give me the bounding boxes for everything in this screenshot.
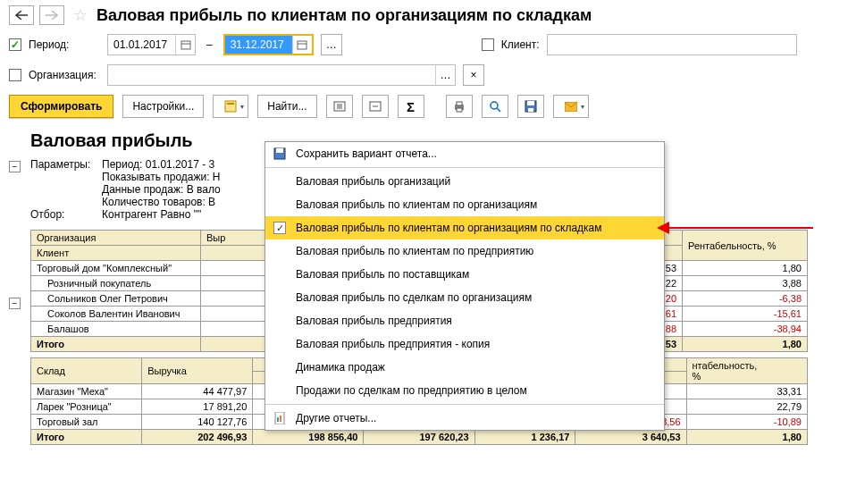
dd-variant-item[interactable]: Валовая прибыль по сделкам по организаци…: [265, 286, 664, 309]
settings-button[interactable]: Настройки...: [122, 95, 204, 118]
floppy-icon: [525, 100, 537, 113]
svg-rect-9: [457, 102, 462, 105]
date-from-field[interactable]: [107, 34, 196, 55]
favorite-icon[interactable]: ☆: [73, 5, 88, 25]
period-checkbox[interactable]: [9, 38, 21, 51]
tree-toggle-root[interactable]: −: [9, 161, 21, 172]
date-to-input[interactable]: [225, 36, 292, 54]
period-more-button[interactable]: …: [321, 34, 342, 55]
print-icon: [453, 100, 466, 113]
email-dropdown-button[interactable]: [553, 95, 589, 118]
org-label: Организация:: [29, 69, 100, 81]
svg-rect-21: [280, 416, 281, 422]
preview-button[interactable]: [482, 95, 508, 118]
dd-variant-item[interactable]: Продажи по сделкам по предприятию в цело…: [265, 379, 664, 402]
sigma-button[interactable]: Σ: [398, 95, 424, 118]
expand-button[interactable]: [326, 95, 353, 118]
svg-rect-2: [298, 41, 306, 49]
arrow-right-icon: [46, 11, 58, 20]
svg-rect-0: [181, 41, 190, 49]
org-checkbox[interactable]: [9, 69, 21, 81]
report-icon: [273, 411, 287, 425]
total2-label: Итого: [31, 430, 142, 445]
col-org: Организация: [31, 231, 201, 246]
floppy-icon: [273, 147, 287, 161]
client-field[interactable]: [547, 34, 797, 55]
dd-variant-item[interactable]: Валовая прибыль по клиентам по организац…: [265, 193, 664, 216]
magnifier-icon: [489, 100, 501, 113]
calendar-icon[interactable]: [175, 35, 195, 55]
mail-icon: [565, 102, 577, 112]
svg-rect-20: [277, 417, 279, 422]
dd-variant-item[interactable]: ✓Валовая прибыль по клиентам по организа…: [265, 216, 664, 239]
org-select-button[interactable]: …: [435, 65, 455, 85]
date-from-input[interactable]: [108, 36, 175, 54]
client-label: Клиент:: [501, 38, 540, 51]
dd-variant-item[interactable]: Валовая прибыль предприятия: [265, 309, 664, 332]
sigma-icon: Σ: [407, 99, 415, 114]
collapse-button[interactable]: [362, 95, 389, 118]
date-range-dash: –: [206, 38, 213, 51]
period-label: Период:: [29, 38, 100, 51]
col-vyr2: Выручка: [142, 358, 253, 384]
col-rent2: нтабельность,%: [686, 358, 807, 384]
print-button[interactable]: [446, 95, 473, 118]
save-button[interactable]: [517, 95, 544, 118]
back-button[interactable]: [9, 5, 34, 25]
filter-value: Контрагент Равно "": [102, 208, 201, 221]
svg-rect-10: [457, 108, 462, 112]
svg-line-12: [497, 108, 500, 112]
param-period: Период: 01.01.2017 - 3: [102, 158, 214, 171]
col-rent: Рентабельность, %: [683, 231, 808, 261]
total-label: Итого: [31, 337, 201, 352]
page-title: Валовая прибыль по клиентам по организац…: [97, 6, 592, 25]
col-client: Клиент: [31, 246, 201, 261]
dd-variant-item[interactable]: Валовая прибыль по поставщикам: [265, 263, 664, 286]
variants-dropdown-button[interactable]: [213, 95, 248, 118]
svg-rect-4: [225, 101, 236, 112]
dd-other-reports[interactable]: Другие отчеты...: [265, 407, 664, 430]
forward-button[interactable]: [39, 5, 64, 25]
params-label: Параметры:: [30, 158, 102, 171]
collapse-icon: [369, 101, 382, 112]
variants-dropdown-menu: Сохранить вариант отчета... Валовая приб…: [264, 141, 665, 431]
dd-variant-item[interactable]: Валовая прибыль по клиентам по предприят…: [265, 239, 664, 263]
check-icon: ✓: [273, 222, 286, 234]
arrow-left-icon: [15, 11, 28, 20]
col-sklad: Склад: [31, 358, 142, 384]
dd-variant-item[interactable]: Валовая прибыль организаций: [265, 170, 664, 193]
dd-save-variant[interactable]: Сохранить вариант отчета...: [265, 142, 664, 165]
generate-button[interactable]: Сформировать: [9, 95, 113, 118]
calendar-icon[interactable]: [292, 35, 312, 55]
client-checkbox[interactable]: [482, 38, 494, 51]
param-sales: Показывать продажи: Н: [102, 171, 221, 183]
date-to-field[interactable]: [223, 34, 314, 55]
total-v2: 1,80: [683, 337, 808, 352]
svg-point-11: [491, 102, 498, 109]
dd-variant-item[interactable]: Динамика продаж: [265, 356, 664, 379]
svg-rect-15: [528, 108, 533, 112]
org-clear-button[interactable]: ×: [463, 64, 484, 86]
variants-icon: [224, 100, 237, 113]
param-data: Данные продаж: В вало: [102, 183, 221, 196]
find-button[interactable]: Найти...: [257, 95, 316, 118]
filter-label: Отбор:: [30, 208, 102, 221]
tree-toggle-row[interactable]: −: [9, 298, 21, 309]
svg-rect-5: [227, 103, 234, 105]
param-qty: Количество товаров: В: [102, 196, 215, 208]
svg-rect-14: [527, 101, 534, 105]
expand-icon: [333, 101, 346, 112]
dd-variant-item[interactable]: Валовая прибыль предприятия - копия: [265, 332, 664, 356]
svg-rect-18: [276, 148, 283, 153]
org-field[interactable]: …: [107, 64, 456, 86]
